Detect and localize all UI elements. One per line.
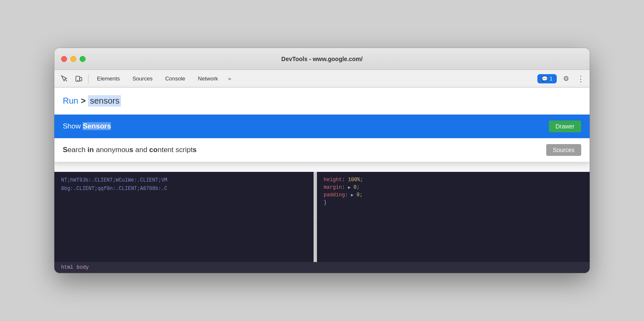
tab-console[interactable]: Console — [159, 73, 191, 84]
more-tabs-button[interactable]: » — [225, 74, 234, 83]
maximize-button[interactable] — [80, 56, 86, 62]
main-content: Run > sensors Show Sensors Drawer — [54, 88, 590, 273]
breadcrumb-html[interactable]: html — [61, 265, 73, 270]
match-co: co — [149, 146, 158, 154]
command-result-text-2: Search in anonymous and content scripts — [63, 146, 546, 154]
tab-elements[interactable]: Elements — [91, 73, 126, 84]
css-margin-line: margin: ▶ 0; — [324, 184, 583, 191]
svg-line-0 — [65, 79, 67, 81]
close-button[interactable] — [61, 56, 67, 62]
devtools-window: DevTools - www.google.com/ Elements Sour… — [54, 48, 590, 273]
breadcrumb-bar: html body — [54, 262, 590, 273]
command-results: Show Sensors Drawer Search in anonymous … — [54, 114, 590, 162]
settings-icon[interactable]: ⚙ — [559, 72, 573, 86]
feedback-badge[interactable]: 💬 1 — [537, 74, 557, 83]
code-line-2: 8bg:.CLIENT;qqf0n:.CLIENT;A8708b:.C — [54, 185, 314, 193]
window-title: DevTools - www.google.com/ — [282, 56, 363, 62]
match-s2: s — [129, 146, 133, 154]
more-options-icon[interactable]: ⋮ — [575, 72, 586, 85]
devtools-panel: Elements Sources Console Network » 💬 1 ⚙… — [54, 70, 590, 273]
command-arrow: > — [81, 96, 86, 106]
titlebar: DevTools - www.google.com/ — [54, 48, 590, 70]
inspect-icon[interactable] — [58, 72, 71, 86]
command-result-search-scripts[interactable]: Search in anonymous and content scripts … — [54, 138, 590, 162]
panel-resize-handle[interactable]: ··· — [314, 172, 317, 273]
code-line-1: NT;hWT9Jb:.CLIENT;WCulWe:.CLIENT;VM — [54, 176, 314, 185]
match-in: in — [88, 146, 94, 154]
feedback-icon: 💬 — [542, 76, 548, 82]
command-run-label: Run — [63, 96, 78, 106]
command-query-text[interactable]: sensors — [88, 95, 121, 107]
command-tag-drawer: Drawer — [549, 120, 581, 132]
right-panel: height: 100%; margin: ▶ 0; padding: ▶ 0;… — [317, 172, 590, 273]
match-sensors: Sensors — [83, 122, 111, 130]
left-panel: NT;hWT9Jb:.CLIENT;WCulWe:.CLIENT;VM 8bg:… — [54, 172, 314, 273]
tab-sources[interactable]: Sources — [126, 73, 158, 84]
css-brace-close: } — [324, 199, 583, 206]
command-input-row: Run > sensors — [54, 88, 590, 114]
device-icon[interactable] — [72, 72, 86, 86]
breadcrumb-body[interactable]: body — [77, 265, 89, 270]
toolbar-right: 💬 1 ⚙ ⋮ — [537, 72, 586, 86]
tab-network[interactable]: Network — [192, 73, 224, 84]
traffic-lights — [61, 56, 86, 62]
toolbar-divider — [88, 74, 89, 83]
command-tag-sources: Sources — [546, 144, 581, 156]
toolbar: Elements Sources Console Network » 💬 1 ⚙… — [54, 70, 590, 88]
command-result-text-1: Show Sensors — [63, 122, 549, 131]
minimize-button[interactable] — [70, 56, 76, 62]
resize-dots: ··· — [314, 221, 317, 225]
svg-rect-2 — [80, 78, 82, 81]
match-s: S — [63, 146, 67, 154]
css-height-line: height: 100%; — [324, 176, 583, 184]
command-result-show-sensors[interactable]: Show Sensors Drawer — [54, 115, 590, 138]
command-palette: Run > sensors Show Sensors Drawer — [54, 88, 590, 162]
feedback-count: 1 — [550, 76, 553, 82]
css-padding-line: padding: ▶ 0; — [324, 191, 583, 199]
breadcrumb-container: html body — [54, 262, 590, 273]
match-s3: s — [193, 146, 196, 154]
